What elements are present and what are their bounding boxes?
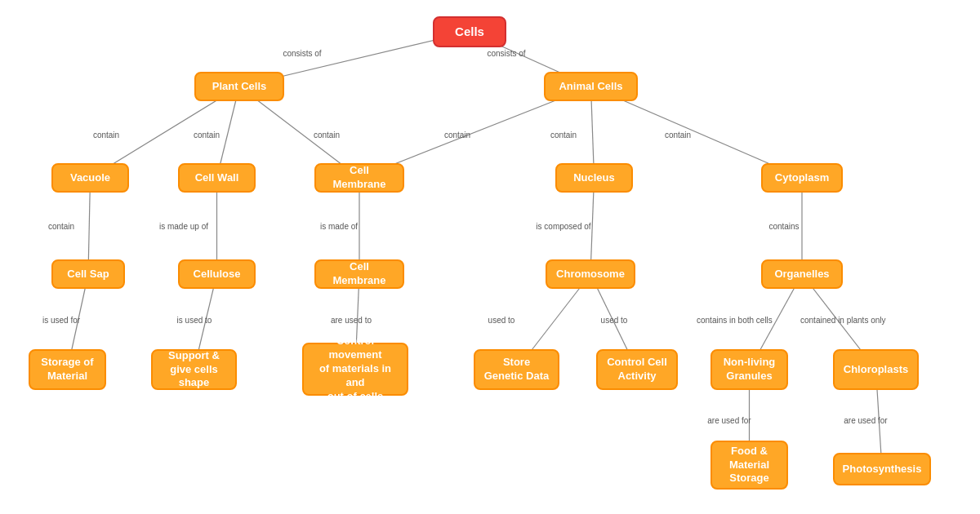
node-photosynthesis[interactable]: Photosynthesis — [833, 453, 931, 485]
node-chloroplasts[interactable]: Chloroplasts — [833, 349, 919, 390]
edge-label: is composed of — [531, 222, 596, 231]
edge-label: contain — [29, 222, 94, 231]
edge-label: contain — [645, 131, 710, 140]
node-cellSap[interactable]: Cell Sap — [51, 259, 125, 289]
node-cells[interactable]: Cells — [433, 16, 506, 47]
node-controlCell[interactable]: Control Cell Activity — [596, 349, 678, 390]
edge-label: contains — [751, 222, 817, 231]
edge-label: contained in plants only — [800, 316, 866, 325]
node-cellWall[interactable]: Cell Wall — [178, 163, 256, 193]
edge-label: contain — [174, 131, 239, 140]
edge-label: is used for — [29, 316, 94, 325]
edge-label: is used to — [162, 316, 227, 325]
edge-label: used to — [469, 316, 534, 325]
edge-label: contains in both cells — [697, 316, 762, 325]
node-storeGenetic[interactable]: Store Genetic Data — [474, 349, 559, 390]
node-supportShape[interactable]: Support & give cells shape — [151, 349, 237, 390]
node-cellMembrane2[interactable]: Cell Membrane — [314, 259, 404, 289]
diagram-lines — [0, 0, 980, 514]
node-cytoplasm[interactable]: Cytoplasm — [761, 163, 843, 193]
edge-label: are used for — [697, 416, 762, 425]
node-nucleus[interactable]: Nucleus — [555, 163, 633, 193]
edge-label: used to — [581, 316, 647, 325]
concept-map: consists ofconsists ofcontaincontaincont… — [0, 0, 980, 514]
edge-label: are used to — [318, 316, 384, 325]
node-cellMembrane1[interactable]: Cell Membrane — [314, 163, 404, 193]
edge-label: contain — [425, 131, 490, 140]
node-plantCells[interactable]: Plant Cells — [194, 72, 284, 101]
edge-label: contain — [531, 131, 596, 140]
edge-label: consists of — [474, 49, 539, 58]
node-chromosome[interactable]: Chromosome — [546, 259, 635, 289]
node-controlMov[interactable]: Control movement of materials in and out… — [302, 343, 408, 396]
node-animalCells[interactable]: Animal Cells — [544, 72, 638, 101]
node-cellulose[interactable]: Cellulose — [178, 259, 256, 289]
edge-label: contain — [294, 131, 359, 140]
edge-label: are used for — [833, 416, 898, 425]
node-organelles[interactable]: Organelles — [761, 259, 843, 289]
node-foodStorage[interactable]: Food & Material Storage — [710, 441, 788, 490]
node-storageMat[interactable]: Storage of Material — [29, 349, 106, 390]
edge-label: consists of — [270, 49, 335, 58]
edge-label: is made of — [306, 222, 372, 231]
node-vacuole[interactable]: Vacuole — [51, 163, 129, 193]
node-nonLiving[interactable]: Non-living Granules — [710, 349, 788, 390]
edge-label: is made up of — [151, 222, 216, 231]
edge-label: contain — [74, 131, 139, 140]
